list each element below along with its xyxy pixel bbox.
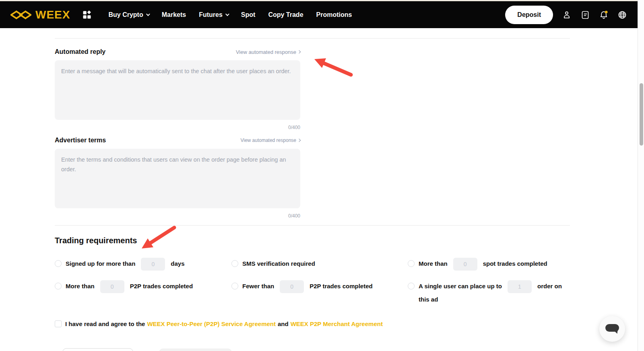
nav-item-promotions[interactable]: Promotions: [310, 1, 359, 28]
view-automated-response-link-2[interactable]: View automated response: [240, 138, 300, 143]
agreement-and-text: and: [278, 320, 289, 327]
p2p-service-agreement-link[interactable]: WEEX Peer-to-Peer (P2P) Service Agreemen…: [147, 320, 276, 327]
radio-sms-verification[interactable]: [231, 260, 238, 267]
req-more-p2p-trades: More thanP2P trades completed: [55, 280, 231, 306]
spot-trades-input[interactable]: [453, 258, 477, 271]
top-nav: WEEX Buy Crypto Markets Futures: [0, 1, 638, 28]
orders-icon[interactable]: [580, 10, 590, 20]
nav-item-spot[interactable]: Spot: [235, 1, 262, 28]
p2p-post-ad-page: WEEX Buy Crypto Markets Futures: [0, 0, 644, 351]
chevron-right-icon: [297, 139, 301, 142]
more-p2p-trades-input[interactable]: [100, 280, 124, 293]
radio-fewer-p2p-trades[interactable]: [231, 283, 238, 289]
agreement-text: I have read and agree to the: [65, 320, 145, 327]
trading-requirements-grid: Signed up for more thandays SMS verifica…: [55, 257, 570, 306]
view-automated-response-link[interactable]: View automated response: [236, 49, 300, 55]
deposit-button[interactable]: Deposit: [505, 6, 553, 24]
nav-menu: Buy Crypto Markets Futures Spot Copy Tra…: [102, 1, 358, 28]
nav-item-markets[interactable]: Markets: [155, 1, 192, 28]
fewer-p2p-trades-input[interactable]: [280, 280, 304, 293]
section-divider: [55, 38, 570, 39]
req-sms-verification: SMS verification required: [231, 257, 408, 271]
chevron-down-icon: [146, 12, 150, 16]
agreement-checkbox[interactable]: [55, 320, 62, 327]
scrollbar-thumb[interactable]: [640, 83, 643, 146]
support-chat-button[interactable]: [599, 316, 625, 342]
chevron-down-icon: [225, 12, 229, 16]
radio-signed-up-days[interactable]: [55, 260, 62, 267]
weex-logo[interactable]: WEEX: [10, 8, 70, 21]
req-fewer-p2p-trades: Fewer thanP2P trades completed: [231, 280, 408, 306]
radio-single-user-orders[interactable]: [408, 283, 415, 289]
post-ad-button[interactable]: [159, 349, 232, 351]
agreement-row: I have read and agree to theWEEX Peer-to…: [55, 320, 570, 327]
advertiser-terms-textarea[interactable]: [55, 149, 300, 208]
apps-grid-icon[interactable]: [83, 10, 91, 19]
automated-reply-title: Automated reply: [55, 48, 105, 55]
automated-reply-counter: 0/400: [55, 125, 300, 130]
nav-item-buy-crypto[interactable]: Buy Crypto: [102, 1, 155, 28]
p2p-merchant-agreement-link[interactable]: WEEX P2P Merchant Agreement: [291, 320, 383, 327]
page-scrollbar[interactable]: [638, 0, 644, 351]
automated-reply-textarea[interactable]: [55, 60, 300, 120]
previous-step-button[interactable]: [62, 348, 133, 351]
notifications-icon[interactable]: [599, 10, 609, 20]
req-single-user-orders: A single user can place up toorder on th…: [408, 280, 570, 306]
radio-more-p2p-trades[interactable]: [55, 283, 62, 289]
notification-dot: [605, 10, 608, 13]
order-limit-input[interactable]: [508, 280, 532, 293]
chat-bubble-icon: [605, 323, 620, 335]
language-globe-icon[interactable]: [617, 10, 627, 20]
form-content: Automated reply View automated response …: [55, 28, 570, 327]
brand-name: WEEX: [35, 8, 70, 21]
nav-item-futures[interactable]: Futures: [192, 1, 235, 28]
chevron-right-icon: [297, 50, 301, 53]
user-icon[interactable]: [562, 10, 572, 20]
req-signed-up-days: Signed up for more thandays: [55, 257, 231, 271]
trading-requirements-title: Trading requirements: [55, 236, 570, 245]
weex-logo-icon: [10, 10, 31, 20]
days-input[interactable]: [141, 258, 165, 271]
advertiser-terms-counter: 0/400: [55, 213, 300, 219]
advertiser-terms-title: Advertiser terms: [55, 137, 106, 144]
radio-spot-trades[interactable]: [408, 260, 415, 267]
section-divider: [55, 225, 570, 226]
nav-item-copy-trade[interactable]: Copy Trade: [262, 1, 310, 28]
req-spot-trades: More thanspot trades completed: [408, 257, 570, 271]
